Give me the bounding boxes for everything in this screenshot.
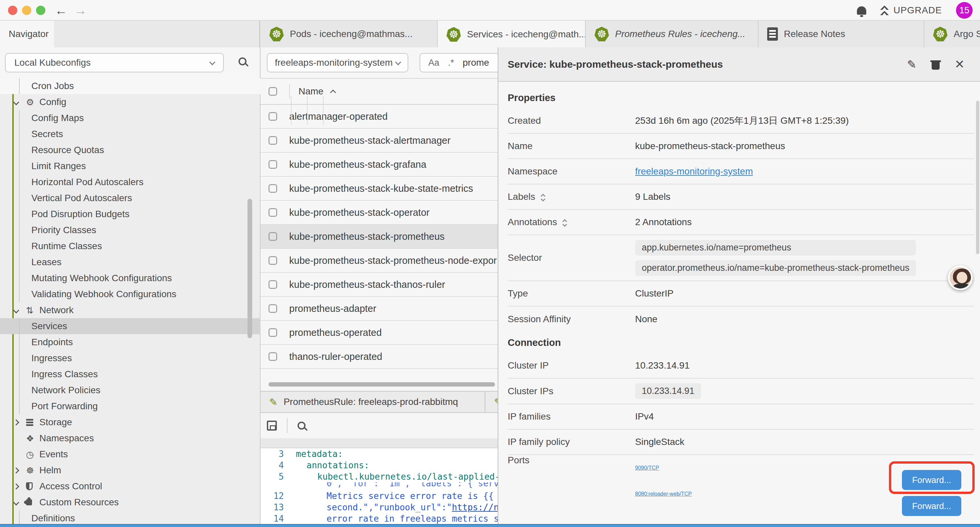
namespace-select[interactable]: freeleaps-monitoring-system <box>267 53 408 72</box>
upgrade-button[interactable]: UPGRADE <box>880 5 942 16</box>
service-row-kube-prometheus-stack-prometheus[interactable]: kube-prometheus-stack-prometheus <box>261 225 520 249</box>
sidebar-item-helm[interactable]: ☸Helm <box>0 462 261 478</box>
sidebar-item-network-policies[interactable]: Network Policies <box>0 382 261 398</box>
row-checkbox[interactable] <box>269 256 277 265</box>
sidebar-item-custom-resources[interactable]: Custom Resources <box>0 494 261 510</box>
tab-services-icecheng-math[interactable]: ☸Services - icecheng@math...✕ <box>438 21 586 48</box>
window-close-button[interactable] <box>8 6 18 15</box>
sidebar-item-mutating-webhook-configurations[interactable]: Mutating Webhook Configurations <box>0 270 261 286</box>
window-zoom-button[interactable] <box>36 6 45 15</box>
sidebar-item-namespaces[interactable]: ❖Namespaces <box>0 430 261 446</box>
row-checkbox[interactable] <box>269 184 277 193</box>
line-number: 4 <box>261 460 284 470</box>
row-checkbox[interactable] <box>269 160 277 169</box>
forward-arrow-icon[interactable]: → <box>74 2 87 19</box>
kubeconfig-select[interactable]: Local Kubeconfigs <box>5 53 224 72</box>
port-link[interactable]: 8080:reloader-web/TCP <box>635 491 692 497</box>
port-link[interactable]: 9090/TCP <box>635 465 659 471</box>
sidebar-item-cron-jobs[interactable]: Cron Jobs <box>0 78 261 94</box>
row-checkbox[interactable] <box>269 280 277 289</box>
tab-pods-icecheng-mathmas[interactable]: ☸Pods - icecheng@mathmas... <box>261 21 438 47</box>
sidebar-item-ingresses[interactable]: Ingresses <box>0 350 261 366</box>
sidebar-item-leases[interactable]: Leases <box>0 254 261 270</box>
service-row-kube-prometheus-stack-grafana[interactable]: kube-prometheus-stack-grafana <box>261 153 520 177</box>
sidebar-item-ingress-classes[interactable]: Ingress Classes <box>0 366 261 382</box>
row-checkbox[interactable] <box>269 352 277 361</box>
assistant-avatar[interactable] <box>948 266 973 290</box>
name-column-label: Name <box>299 86 323 97</box>
detail-value: 9 Labels <box>635 191 670 202</box>
yaml-editor[interactable]: 3metadata:4annotations:5kubectl.kubernet… <box>261 448 520 524</box>
sidebar-item-port-forwarding[interactable]: Port Forwarding <box>0 398 261 414</box>
detail-row-cluster-ips: Cluster IPs10.233.14.91 <box>508 379 974 404</box>
sidebar-item-vertical-pod-autoscalers[interactable]: Vertical Pod Autoscalers <box>0 190 261 206</box>
edit-pencil-icon[interactable]: ✎ <box>907 58 916 71</box>
row-checkbox[interactable] <box>269 304 277 313</box>
service-row-thanos-ruler-operated[interactable]: thanos-ruler-operated <box>261 345 520 369</box>
sort-toggle-icon[interactable] <box>541 193 545 201</box>
horizontal-scrollbar-thumb[interactable] <box>269 382 495 387</box>
sidebar-item-validating-webhook-configurations[interactable]: Validating Webhook Configurations <box>0 286 261 302</box>
tab-prometheus-rules-icecheng[interactable]: ☸Prometheus Rules - icecheng... <box>586 21 759 47</box>
match-case-icon[interactable]: Aa <box>428 58 439 68</box>
sidebar-item-endpoints[interactable]: Endpoints <box>0 334 261 350</box>
row-checkbox[interactable] <box>269 112 277 121</box>
notification-bell-icon[interactable] <box>857 6 866 15</box>
document-icon <box>767 27 778 41</box>
sidebar-item-storage[interactable]: Storage <box>0 414 261 430</box>
sidebar-item-config-maps[interactable]: Config Maps <box>0 110 261 126</box>
service-row-prometheus-adapter[interactable]: prometheus-adapter <box>261 297 520 321</box>
back-arrow-icon[interactable]: ← <box>55 2 67 19</box>
sidebar-item-limit-ranges[interactable]: Limit Ranges <box>0 158 261 174</box>
sidebar-scrollbar[interactable] <box>248 199 252 338</box>
toolbar-separator <box>287 418 288 433</box>
namespace-link[interactable]: freeleaps-monitoring-system <box>635 166 753 177</box>
notification-count-badge[interactable]: 15 <box>956 2 973 19</box>
sidebar-item-services[interactable]: Services <box>0 318 261 334</box>
row-checkbox[interactable] <box>269 328 277 337</box>
sidebar-item-horizontal-pod-autoscalers[interactable]: Horizontal Pod Autoscalers <box>0 174 261 190</box>
sidebar-item-resource-quotas[interactable]: Resource Quotas <box>0 142 261 158</box>
horizontal-scrollbar[interactable] <box>261 382 520 387</box>
editor-search-icon[interactable] <box>298 422 305 430</box>
row-checkbox[interactable] <box>269 232 277 241</box>
regex-icon[interactable]: .* <box>448 58 454 68</box>
select-all-checkbox[interactable] <box>269 87 277 96</box>
sort-toggle-icon[interactable] <box>563 218 566 226</box>
trash-icon[interactable] <box>931 59 940 70</box>
save-icon[interactable] <box>267 420 277 431</box>
sidebar-item-priority-classes[interactable]: Priority Classes <box>0 222 261 238</box>
sidebar-item-pod-disruption-budgets[interactable]: Pod Disruption Budgets <box>0 206 261 222</box>
service-row-kube-prometheus-stack-alertmanager[interactable]: kube-prometheus-stack-alertmanager <box>261 129 520 153</box>
forward-button[interactable]: Forward... <box>902 496 961 516</box>
service-row-alertmanager-operated[interactable]: alertmanager-operated <box>261 105 520 129</box>
sidebar-item-config[interactable]: ⚙Config <box>0 94 261 110</box>
tab-argo-se[interactable]: ☸Argo Se <box>924 21 980 47</box>
row-checkbox[interactable] <box>269 208 277 217</box>
service-row-kube-prometheus-stack-thanos-ruler[interactable]: kube-prometheus-stack-thanos-ruler <box>261 273 520 297</box>
row-checkbox[interactable] <box>269 136 277 145</box>
close-icon[interactable]: ✕ <box>955 57 965 72</box>
sidebar-item-runtime-classes[interactable]: Runtime Classes <box>0 238 261 254</box>
sidebar-item-definitions[interactable]: Definitions <box>0 510 261 524</box>
sidebar-search-icon[interactable] <box>239 57 247 65</box>
sidebar-item-events[interactable]: ◷Events <box>0 446 261 462</box>
service-row-prometheus-operated[interactable]: prometheus-operated <box>261 321 520 345</box>
service-row-kube-prometheus-stack-kube-state-metrics[interactable]: kube-prometheus-stack-kube-state-metrics <box>261 177 520 201</box>
sidebar-item-access-control[interactable]: Access Control <box>0 478 261 494</box>
column-separator <box>289 84 290 99</box>
window-minimize-button[interactable] <box>22 6 31 15</box>
service-row-kube-prometheus-stack-operator[interactable]: kube-prometheus-stack-operator <box>261 201 520 225</box>
sidebar-item-network[interactable]: ⇅Network <box>0 302 261 318</box>
detail-scrollbar[interactable] <box>976 101 979 254</box>
name-column-header[interactable]: Name <box>299 86 335 97</box>
navigator-panel-tab[interactable]: Navigator <box>0 21 54 47</box>
tab-release-notes[interactable]: Release Notes <box>759 21 924 47</box>
sidebar-item-secrets[interactable]: Secrets <box>0 126 261 142</box>
sidebar-item-label: Resource Quotas <box>31 145 104 155</box>
service-row-kube-prometheus-stack-prometheus-node-expor[interactable]: kube-prometheus-stack-prometheus-node-ex… <box>261 249 520 273</box>
service-name: thanos-ruler-operated <box>289 351 382 362</box>
detail-label: Annotations <box>508 217 635 228</box>
port-row-9090-tcp: 9090/TCP <box>635 455 692 481</box>
editor-tab-prometheusrule[interactable]: ✎ PrometheusRule: freeleaps-prod-rabbitm… <box>261 392 485 412</box>
